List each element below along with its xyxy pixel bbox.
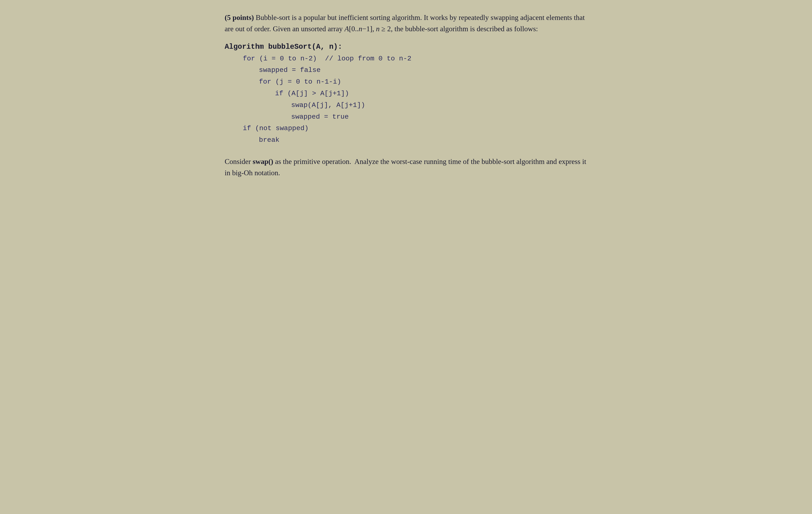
- intro-paragraph: (5 points) Bubble-sort is a popular but …: [225, 12, 587, 35]
- points-label: (5 points): [225, 13, 254, 22]
- code-line-4: if (A[j] > A[j+1]): [227, 88, 587, 99]
- code-line-6: swapped = true: [227, 111, 587, 123]
- conclusion-paragraph: Consider swap() as the primitive operati…: [225, 156, 587, 179]
- intro-text-body: Bubble-sort is a popular but inefficient…: [225, 13, 585, 33]
- algorithm-code: for (i = 0 to n-2) // loop from 0 to n-2…: [227, 53, 587, 146]
- code-line-1: for (i = 0 to n-2) // loop from 0 to n-2: [227, 53, 587, 65]
- page-content: (5 points) Bubble-sort is a popular but …: [225, 12, 587, 179]
- code-line-3: for (j = 0 to n-1-i): [227, 76, 587, 88]
- conclusion-text-body: Consider swap() as the primitive operati…: [225, 157, 586, 177]
- code-line-5: swap(A[j], A[j+1]): [227, 99, 587, 111]
- code-line-7: if (not swapped): [227, 123, 587, 134]
- code-line-8: break: [227, 134, 587, 146]
- algorithm-header: Algorithm bubbleSort(A, n):: [225, 43, 587, 51]
- code-line-2: swapped = false: [227, 64, 587, 76]
